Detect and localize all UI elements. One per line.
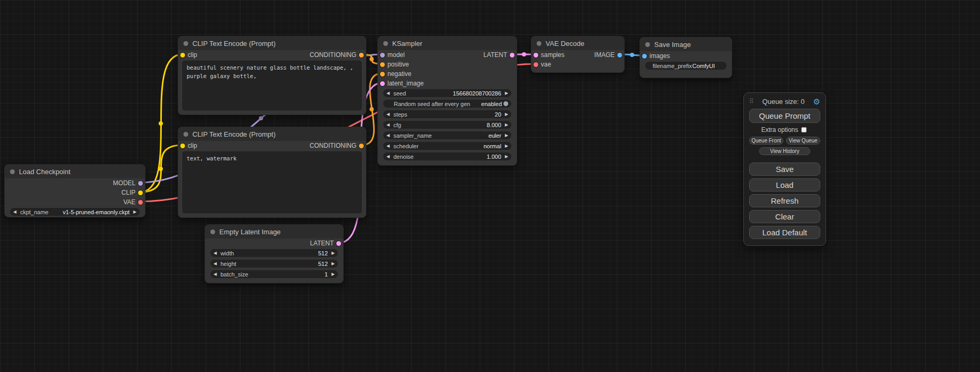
output-slot-latent[interactable]: LATENT: [483, 51, 515, 59]
node-empty-latent-image[interactable]: Empty Latent Image LATENT ◀ width 512 ▶ …: [205, 224, 344, 283]
conditioning-port-icon[interactable]: [380, 62, 385, 67]
image-port-icon[interactable]: [642, 54, 647, 59]
input-slot-positive[interactable]: positive: [380, 61, 409, 68]
widget-filename-prefix[interactable]: filename_prefix ComfyUI: [645, 62, 726, 70]
decrement-icon[interactable]: ◀: [386, 133, 390, 138]
input-slot-vae[interactable]: vae: [533, 61, 551, 68]
link-midpoint-dot: [370, 107, 374, 111]
vae-port-icon[interactable]: [533, 62, 538, 67]
output-slot-model[interactable]: MODEL: [113, 179, 143, 187]
decrement-icon[interactable]: ◀: [214, 251, 217, 255]
output-slot-clip[interactable]: CLIP: [121, 189, 143, 196]
decrement-icon[interactable]: ◀: [386, 91, 390, 96]
widget-label: filename_prefix: [653, 63, 692, 69]
prompt-text-input[interactable]: beautiful scenery nature glass bottle la…: [182, 61, 362, 110]
widget-scheduler[interactable]: ◀ scheduler normal ▶: [383, 142, 511, 150]
settings-gear-icon[interactable]: ⚙: [813, 98, 820, 106]
node-titlebar[interactable]: KSampler: [378, 36, 517, 50]
input-slot-clip[interactable]: clip: [180, 51, 197, 59]
latent-port-icon[interactable]: [510, 53, 515, 58]
node-titlebar[interactable]: VAE Decode: [531, 36, 624, 50]
conditioning-port-icon[interactable]: [359, 53, 364, 58]
output-slot-conditioning[interactable]: CONDITIONING: [309, 142, 364, 149]
increment-icon[interactable]: ▶: [332, 251, 335, 255]
view-queue-button[interactable]: View Queue: [786, 137, 820, 145]
widget-width[interactable]: ◀ width 512 ▶: [210, 249, 338, 257]
slot-label: samples: [541, 51, 565, 59]
drag-handle-icon[interactable]: ⠿: [749, 98, 754, 105]
slot-label: vae: [541, 61, 551, 68]
queue-front-button[interactable]: Queue Front: [749, 137, 783, 145]
latent-port-icon[interactable]: [380, 81, 385, 86]
node-clip-text-encode-positive[interactable]: CLIP Text Encode (Prompt) clip CONDITION…: [178, 36, 366, 115]
decrement-icon[interactable]: ◀: [13, 210, 16, 214]
node-titlebar[interactable]: Load Checkpoint: [5, 165, 145, 178]
widget-cfg[interactable]: ◀ cfg 8.000 ▶: [383, 121, 511, 129]
input-slot-clip[interactable]: clip: [180, 142, 197, 149]
widget-ckpt-name[interactable]: ◀ ckpt_name v1-5-pruned-emaonly.ckpt ▶: [10, 208, 140, 216]
widget-random-seed-toggle[interactable]: Random seed after every gen enabled: [383, 100, 511, 108]
latent-port-icon[interactable]: [533, 53, 538, 58]
image-port-icon[interactable]: [617, 53, 622, 58]
decrement-icon[interactable]: ◀: [214, 262, 217, 266]
model-port-icon[interactable]: [138, 181, 143, 186]
input-slot-samples[interactable]: samples: [533, 51, 565, 59]
node-vae-decode[interactable]: VAE Decode samples IMAGE vae: [531, 36, 625, 73]
node-clip-text-encode-negative[interactable]: CLIP Text Encode (Prompt) clip CONDITION…: [178, 127, 366, 218]
clip-port-icon[interactable]: [138, 190, 143, 195]
increment-icon[interactable]: ▶: [505, 133, 508, 138]
clear-button[interactable]: Clear: [749, 210, 820, 223]
widget-height[interactable]: ◀ height 512 ▶: [210, 260, 338, 268]
conditioning-port-icon[interactable]: [359, 144, 364, 148]
vae-port-icon[interactable]: [138, 200, 143, 205]
increment-icon[interactable]: ▶: [332, 272, 335, 276]
load-default-button[interactable]: Load Default: [749, 226, 820, 239]
node-ksampler[interactable]: KSampler model LATENT positive negative …: [377, 36, 517, 166]
save-button[interactable]: Save: [749, 163, 820, 176]
output-slot-image[interactable]: IMAGE: [594, 51, 622, 59]
increment-icon[interactable]: ▶: [133, 210, 137, 214]
widget-steps[interactable]: ◀ steps 20 ▶: [383, 110, 511, 118]
node-save-image[interactable]: Save Image images filename_prefix ComfyU…: [639, 37, 732, 78]
increment-icon[interactable]: ▶: [505, 155, 508, 159]
increment-icon[interactable]: ▶: [505, 123, 508, 127]
load-button[interactable]: Load: [749, 178, 820, 192]
increment-icon[interactable]: ▶: [505, 144, 508, 148]
node-load-checkpoint[interactable]: Load Checkpoint MODEL CLIP VAE ◀ ckpt_na…: [4, 164, 145, 217]
extra-options-row: Extra options: [749, 126, 807, 134]
output-slot-latent[interactable]: LATENT: [310, 240, 341, 247]
widget-sampler-name[interactable]: ◀ sampler_name euler ▶: [383, 131, 511, 139]
output-slot-vae[interactable]: VAE: [123, 198, 143, 206]
extra-options-checkbox[interactable]: [801, 127, 807, 132]
node-titlebar[interactable]: CLIP Text Encode (Prompt): [178, 36, 366, 50]
widget-denoise[interactable]: ◀ denoise 1.000 ▶: [383, 152, 511, 160]
conditioning-port-icon[interactable]: [380, 72, 385, 77]
decrement-icon[interactable]: ◀: [386, 123, 390, 127]
increment-icon[interactable]: ▶: [332, 262, 335, 266]
input-slot-negative[interactable]: negative: [380, 70, 411, 78]
queue-prompt-button[interactable]: Queue Prompt: [749, 109, 820, 123]
toggle-icon[interactable]: [503, 101, 508, 106]
node-titlebar[interactable]: Empty Latent Image: [205, 225, 343, 239]
refresh-button[interactable]: Refresh: [749, 194, 820, 207]
widget-seed[interactable]: ◀ seed 156680208700286 ▶: [383, 89, 511, 97]
decrement-icon[interactable]: ◀: [386, 155, 390, 159]
decrement-icon[interactable]: ◀: [386, 144, 390, 148]
input-slot-images[interactable]: images: [642, 52, 670, 60]
node-titlebar[interactable]: CLIP Text Encode (Prompt): [178, 127, 366, 141]
increment-icon[interactable]: ▶: [505, 112, 508, 117]
decrement-icon[interactable]: ◀: [386, 112, 390, 117]
input-slot-model[interactable]: model: [380, 51, 405, 59]
decrement-icon[interactable]: ◀: [214, 272, 217, 276]
widget-batch-size[interactable]: ◀ batch_size 1 ▶: [210, 270, 338, 278]
node-titlebar[interactable]: Save Image: [640, 37, 732, 51]
increment-icon[interactable]: ▶: [505, 91, 508, 96]
view-history-button[interactable]: View History: [759, 147, 810, 155]
prompt-text-input[interactable]: text, watermark: [182, 151, 362, 213]
clip-port-icon[interactable]: [180, 144, 185, 148]
output-slot-conditioning[interactable]: CONDITIONING: [309, 51, 364, 59]
clip-port-icon[interactable]: [180, 53, 185, 58]
latent-port-icon[interactable]: [336, 241, 341, 246]
input-slot-latent-image[interactable]: latent_image: [380, 80, 424, 87]
model-port-icon[interactable]: [380, 53, 385, 58]
